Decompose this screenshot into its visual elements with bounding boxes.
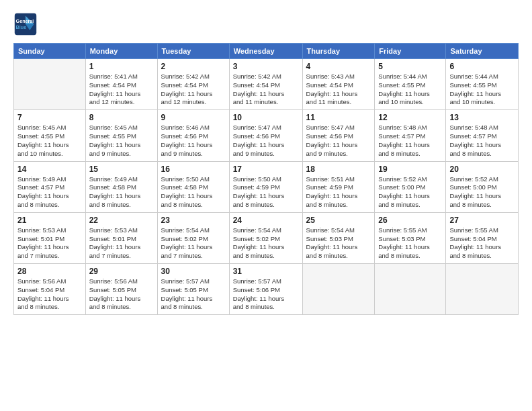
day-number: 11 (306, 113, 371, 122)
day-number: 20 (449, 165, 515, 174)
day-info: Sunrise: 5:44 AM Sunset: 4:55 PM Dayligh… (378, 73, 442, 107)
calendar-cell: 8Sunrise: 5:45 AM Sunset: 4:55 PM Daylig… (85, 110, 157, 161)
day-number: 10 (233, 113, 299, 122)
day-info: Sunrise: 5:57 AM Sunset: 5:05 PM Dayligh… (161, 277, 226, 312)
calendar-cell: 18Sunrise: 5:51 AM Sunset: 4:59 PM Dayli… (302, 161, 375, 212)
header: General Blue (13, 12, 519, 36)
calendar-header-monday: Monday (85, 44, 157, 59)
day-number: 27 (449, 216, 515, 225)
day-number: 24 (233, 216, 299, 225)
day-number: 12 (378, 113, 442, 122)
calendar-cell: 16Sunrise: 5:50 AM Sunset: 4:58 PM Dayli… (157, 161, 229, 212)
day-info: Sunrise: 5:48 AM Sunset: 4:57 PM Dayligh… (378, 124, 442, 158)
day-info: Sunrise: 5:54 AM Sunset: 5:02 PM Dayligh… (161, 226, 226, 261)
day-number: 8 (89, 113, 154, 122)
day-number: 31 (233, 267, 299, 276)
day-number: 3 (233, 62, 299, 71)
calendar-cell: 5Sunrise: 5:44 AM Sunset: 4:55 PM Daylig… (375, 59, 446, 110)
calendar-cell: 22Sunrise: 5:53 AM Sunset: 5:01 PM Dayli… (85, 212, 157, 263)
calendar-cell: 28Sunrise: 5:56 AM Sunset: 5:04 PM Dayli… (14, 264, 86, 315)
calendar-cell: 12Sunrise: 5:48 AM Sunset: 4:57 PM Dayli… (375, 110, 446, 161)
svg-text:General: General (16, 18, 34, 24)
calendar-cell (446, 264, 519, 315)
day-info: Sunrise: 5:54 AM Sunset: 5:02 PM Dayligh… (233, 226, 299, 261)
calendar-header-thursday: Thursday (302, 44, 375, 59)
day-number: 21 (17, 216, 82, 225)
logo: General Blue (13, 12, 40, 36)
calendar-cell: 20Sunrise: 5:52 AM Sunset: 5:00 PM Dayli… (446, 161, 519, 212)
calendar-cell: 11Sunrise: 5:47 AM Sunset: 4:56 PM Dayli… (302, 110, 375, 161)
day-info: Sunrise: 5:50 AM Sunset: 4:59 PM Dayligh… (233, 175, 299, 210)
calendar-cell: 30Sunrise: 5:57 AM Sunset: 5:05 PM Dayli… (157, 264, 229, 315)
day-info: Sunrise: 5:57 AM Sunset: 5:06 PM Dayligh… (233, 277, 299, 312)
day-info: Sunrise: 5:46 AM Sunset: 4:56 PM Dayligh… (161, 124, 226, 158)
svg-text:Blue: Blue (16, 24, 27, 30)
day-info: Sunrise: 5:55 AM Sunset: 5:04 PM Dayligh… (449, 226, 515, 261)
day-info: Sunrise: 5:48 AM Sunset: 4:57 PM Dayligh… (449, 124, 515, 158)
day-number: 25 (306, 216, 371, 225)
calendar-cell: 10Sunrise: 5:47 AM Sunset: 4:56 PM Dayli… (229, 110, 302, 161)
day-info: Sunrise: 5:55 AM Sunset: 5:03 PM Dayligh… (378, 226, 442, 261)
day-number: 1 (89, 62, 154, 71)
calendar-table: SundayMondayTuesdayWednesdayThursdayFrid… (13, 43, 519, 315)
day-info: Sunrise: 5:53 AM Sunset: 5:01 PM Dayligh… (17, 226, 82, 261)
calendar-cell: 24Sunrise: 5:54 AM Sunset: 5:02 PM Dayli… (229, 212, 302, 263)
calendar-cell (14, 59, 86, 110)
day-number: 29 (89, 267, 154, 276)
calendar-header-saturday: Saturday (446, 44, 519, 59)
day-info: Sunrise: 5:52 AM Sunset: 5:00 PM Dayligh… (378, 175, 442, 210)
calendar-week-4: 21Sunrise: 5:53 AM Sunset: 5:01 PM Dayli… (14, 212, 519, 263)
calendar-cell: 7Sunrise: 5:45 AM Sunset: 4:55 PM Daylig… (14, 110, 86, 161)
calendar-cell: 25Sunrise: 5:54 AM Sunset: 5:03 PM Dayli… (302, 212, 375, 263)
day-info: Sunrise: 5:56 AM Sunset: 5:05 PM Dayligh… (89, 277, 154, 312)
day-info: Sunrise: 5:51 AM Sunset: 4:59 PM Dayligh… (306, 175, 371, 210)
calendar-cell (302, 264, 375, 315)
day-info: Sunrise: 5:53 AM Sunset: 5:01 PM Dayligh… (89, 226, 154, 261)
day-info: Sunrise: 5:47 AM Sunset: 4:56 PM Dayligh… (306, 124, 371, 158)
calendar-cell: 4Sunrise: 5:43 AM Sunset: 4:54 PM Daylig… (302, 59, 375, 110)
calendar-cell: 29Sunrise: 5:56 AM Sunset: 5:05 PM Dayli… (85, 264, 157, 315)
day-number: 22 (89, 216, 154, 225)
calendar-week-2: 7Sunrise: 5:45 AM Sunset: 4:55 PM Daylig… (14, 110, 519, 161)
calendar-cell: 6Sunrise: 5:44 AM Sunset: 4:55 PM Daylig… (446, 59, 519, 110)
day-info: Sunrise: 5:41 AM Sunset: 4:54 PM Dayligh… (89, 73, 154, 107)
calendar-cell (375, 264, 446, 315)
day-number: 19 (378, 165, 442, 174)
day-info: Sunrise: 5:44 AM Sunset: 4:55 PM Dayligh… (449, 73, 515, 107)
day-info: Sunrise: 5:45 AM Sunset: 4:55 PM Dayligh… (89, 124, 154, 158)
day-number: 4 (306, 62, 371, 71)
calendar-header-row: SundayMondayTuesdayWednesdayThursdayFrid… (14, 44, 519, 59)
calendar-cell: 2Sunrise: 5:42 AM Sunset: 4:54 PM Daylig… (157, 59, 229, 110)
calendar-header-sunday: Sunday (14, 44, 86, 59)
day-number: 2 (161, 62, 226, 71)
day-info: Sunrise: 5:52 AM Sunset: 5:00 PM Dayligh… (449, 175, 515, 210)
day-number: 30 (161, 267, 226, 276)
calendar-cell: 3Sunrise: 5:42 AM Sunset: 4:54 PM Daylig… (229, 59, 302, 110)
day-info: Sunrise: 5:43 AM Sunset: 4:54 PM Dayligh… (306, 73, 371, 107)
day-number: 7 (17, 113, 82, 122)
day-info: Sunrise: 5:42 AM Sunset: 4:54 PM Dayligh… (233, 73, 299, 107)
calendar-cell: 31Sunrise: 5:57 AM Sunset: 5:06 PM Dayli… (229, 264, 302, 315)
calendar-header-wednesday: Wednesday (229, 44, 302, 59)
day-info: Sunrise: 5:47 AM Sunset: 4:56 PM Dayligh… (233, 124, 299, 158)
day-info: Sunrise: 5:54 AM Sunset: 5:03 PM Dayligh… (306, 226, 371, 261)
calendar-header-tuesday: Tuesday (157, 44, 229, 59)
day-number: 16 (161, 165, 226, 174)
logo-icon: General Blue (13, 12, 38, 36)
day-info: Sunrise: 5:42 AM Sunset: 4:54 PM Dayligh… (161, 73, 226, 107)
calendar-cell: 15Sunrise: 5:49 AM Sunset: 4:58 PM Dayli… (85, 161, 157, 212)
calendar-cell: 1Sunrise: 5:41 AM Sunset: 4:54 PM Daylig… (85, 59, 157, 110)
calendar-cell: 26Sunrise: 5:55 AM Sunset: 5:03 PM Dayli… (375, 212, 446, 263)
day-number: 28 (17, 267, 82, 276)
day-info: Sunrise: 5:49 AM Sunset: 4:58 PM Dayligh… (89, 175, 154, 210)
day-number: 15 (89, 165, 154, 174)
day-number: 6 (449, 62, 515, 71)
day-number: 5 (378, 62, 442, 71)
calendar-week-3: 14Sunrise: 5:49 AM Sunset: 4:57 PM Dayli… (14, 161, 519, 212)
day-number: 14 (17, 165, 82, 174)
day-info: Sunrise: 5:49 AM Sunset: 4:57 PM Dayligh… (17, 175, 82, 210)
calendar-cell: 13Sunrise: 5:48 AM Sunset: 4:57 PM Dayli… (446, 110, 519, 161)
day-info: Sunrise: 5:56 AM Sunset: 5:04 PM Dayligh… (17, 277, 82, 312)
day-number: 23 (161, 216, 226, 225)
day-info: Sunrise: 5:50 AM Sunset: 4:58 PM Dayligh… (161, 175, 226, 210)
